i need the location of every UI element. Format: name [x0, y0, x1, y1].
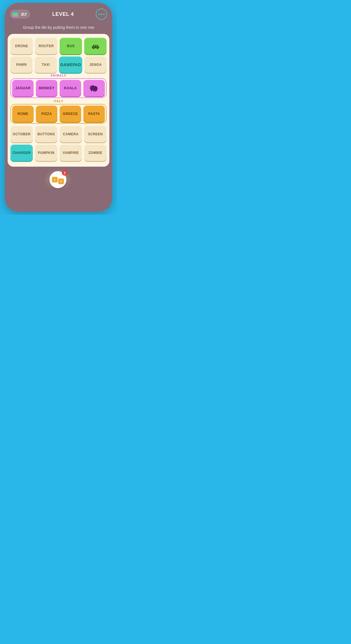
svg-rect-6: [94, 45, 95, 47]
tile-koala[interactable]: KOALA: [60, 80, 81, 96]
tile-router[interactable]: ROUTER: [35, 38, 57, 54]
svg-rect-13: [93, 90, 94, 92]
italy-label: ITALY: [10, 100, 107, 103]
italy-tiles: ROME PIZZA GREECE PASTA: [10, 104, 107, 124]
animals-group: ANIMALS JAGUAR MONKEY KOALA: [10, 74, 107, 98]
tile-jaguar[interactable]: JAGUAR: [12, 80, 34, 96]
tile-screen[interactable]: SCREEN: [84, 126, 107, 142]
animals-tiles: JAGUAR MONKEY KOALA: [10, 78, 107, 98]
score-display: 3\7: [21, 12, 27, 17]
tile-pumpkin[interactable]: PUMPKIN: [35, 145, 57, 161]
tile-october[interactable]: OCTOBER: [10, 126, 33, 142]
tile-car[interactable]: [84, 38, 107, 54]
tile-pawn[interactable]: PAWN: [10, 56, 32, 73]
svg-rect-7: [96, 45, 97, 47]
bottom-area: 1 2 2: [5, 167, 112, 212]
animals-label: ANIMALS: [10, 74, 107, 77]
subtitle-text: Group the tile by putting them in one ro…: [5, 23, 112, 34]
tile-pasta[interactable]: PASTA: [83, 106, 105, 122]
tile-buttons[interactable]: BUTTONS: [35, 126, 57, 142]
tile-pizza[interactable]: PIZZA: [36, 106, 57, 122]
tile-row-1: DRONE ROUTER BUS: [10, 38, 107, 54]
hint-tile-1: 1: [52, 177, 58, 182]
tile-jenga[interactable]: JENGA: [84, 56, 107, 73]
tile-monkey[interactable]: MONKEY: [36, 80, 57, 96]
layers-icon: [11, 11, 19, 17]
score-badge: 3\7: [10, 10, 30, 19]
app-container: 3\7 LEVEL 4 Group the tile by putting th…: [5, 3, 112, 212]
tile-vampire[interactable]: VAMPIRE: [60, 145, 82, 161]
tile-rome[interactable]: ROME: [12, 106, 34, 122]
phone-frame: 3\7 LEVEL 4 Group the tile by putting th…: [5, 3, 112, 212]
tile-elephant[interactable]: [83, 80, 105, 96]
three-dots-icon: [99, 14, 105, 15]
car-icon: [91, 43, 100, 49]
svg-point-15: [91, 86, 93, 87]
tile-row-6: CHARGER PUMPKIN VAMPIRE ZOMBIE: [10, 145, 107, 161]
tile-taxi[interactable]: TAXI: [35, 56, 57, 73]
tile-drone[interactable]: DRONE: [10, 38, 33, 54]
hint-circle: 1 2 2: [49, 171, 66, 188]
elephant-icon: [90, 84, 99, 92]
game-board: DRONE ROUTER BUS PAWN TAXI: [8, 34, 109, 167]
tile-row-5: OCTOBER BUTTONS CAMERA SCREEN: [10, 126, 107, 142]
tile-gamepad[interactable]: GAMEPAD: [59, 56, 82, 73]
italy-group: ITALY ROME PIZZA GREECE PASTA: [10, 100, 107, 124]
tile-greece[interactable]: GREECE: [60, 106, 81, 122]
tile-charger[interactable]: CHARGER: [10, 145, 33, 161]
svg-rect-14: [95, 90, 96, 92]
tile-row-2: PAWN TAXI GAMEPAD JENGA: [10, 56, 107, 73]
svg-point-2: [12, 12, 19, 14]
hint-tiles-icon: 1 2: [52, 177, 64, 182]
svg-point-10: [91, 88, 92, 91]
tile-zombie[interactable]: ZOMBIE: [84, 145, 107, 161]
svg-point-16: [92, 85, 94, 86]
svg-point-5: [97, 47, 98, 49]
hint-button[interactable]: 1 2 2: [49, 171, 68, 189]
svg-point-4: [93, 47, 94, 49]
level-title: LEVEL 4: [52, 11, 74, 17]
header: 3\7 LEVEL 4: [5, 3, 112, 23]
tile-camera[interactable]: CAMERA: [60, 126, 82, 142]
tile-bus[interactable]: BUS: [60, 38, 82, 54]
menu-button[interactable]: [96, 8, 107, 20]
hint-tile-2: 2: [58, 179, 64, 184]
hint-count-badge: 2: [62, 170, 68, 176]
